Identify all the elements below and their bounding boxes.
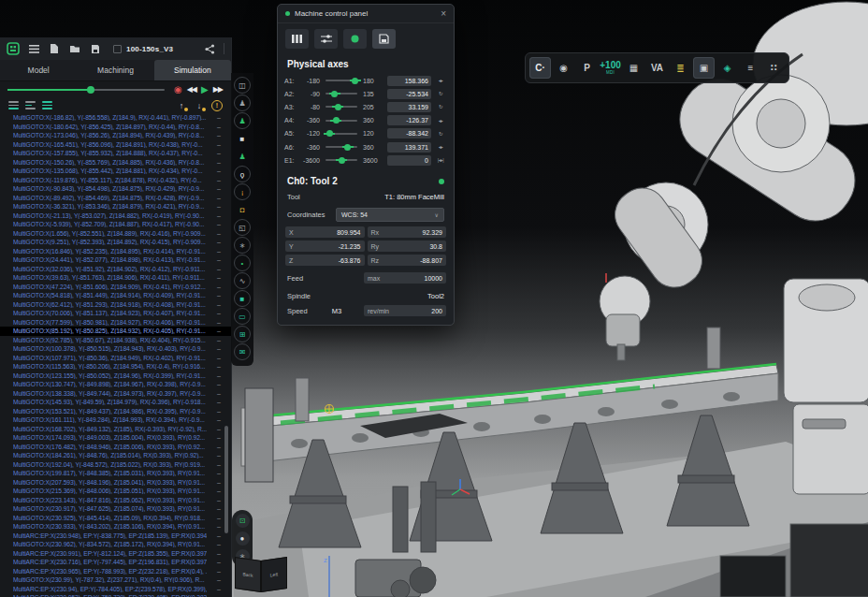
gcode-row[interactable]: MultiGOTO:X(-21.13), Y(-853.027), Z(184.… bbox=[0, 211, 231, 221]
gcode-row[interactable]: MultiGOTO:X(230.99), Y(-787.32), Z(237.2… bbox=[0, 575, 231, 585]
gcode-row[interactable]: MultiARC:EP:X(230.94), EP:Y(-784.405), E… bbox=[0, 585, 231, 594]
live-status-button[interactable] bbox=[343, 29, 367, 49]
gcode-row[interactable]: MultiGOTO:X(1.656), Y(-852.551), Z(184.8… bbox=[0, 229, 231, 239]
step-up-button[interactable]: ↑ bbox=[176, 101, 187, 110]
robot-head-icon[interactable]: ◫ bbox=[234, 77, 251, 94]
axis-value-field[interactable]: 139.371 bbox=[387, 142, 431, 153]
gcode-row[interactable]: MultiGOTO:X(92.785), Y(-850.67), Z(184.9… bbox=[0, 336, 231, 345]
columns-view-button[interactable] bbox=[285, 29, 309, 49]
gcode-row[interactable]: MultiGOTO:X(223.143), Y(-847.816), Z(185… bbox=[0, 496, 231, 505]
monitor-icon[interactable]: ▭ bbox=[234, 308, 251, 325]
axis-slider-handle[interactable] bbox=[339, 157, 345, 164]
gcode-row[interactable]: MultiGOTO:X(176.482), Y(-848.946), Z(185… bbox=[0, 443, 231, 452]
select-region-icon[interactable]: ⊡ bbox=[236, 514, 250, 528]
gcode-row[interactable]: MultiGOTO:X(-186.82), Y(-856.558), Z(184… bbox=[0, 113, 231, 123]
rewind-button[interactable]: ◀◀ bbox=[186, 85, 197, 95]
warning-indicator[interactable]: ! bbox=[211, 100, 223, 111]
axis-slider[interactable] bbox=[326, 159, 357, 161]
save-icon[interactable] bbox=[89, 42, 102, 55]
step-down-button[interactable]: ↓ bbox=[194, 101, 205, 110]
axis-slider[interactable] bbox=[326, 133, 357, 135]
gcode-row[interactable]: MultiGOTO:X(153.521), Y(-849.437), Z(184… bbox=[0, 407, 231, 416]
axis-slider-handle[interactable] bbox=[335, 104, 341, 110]
record-button[interactable]: ◉ bbox=[173, 85, 183, 95]
operator-icon[interactable]: ♟ bbox=[234, 148, 251, 165]
nav-cube-left-face[interactable]: Left bbox=[261, 557, 287, 592]
gcode-row[interactable]: MultiGOTO:X(230.917), Y(-847.625), Z(185… bbox=[0, 504, 231, 514]
gcode-row[interactable]: MultiGOTO:X(123.155), Y(-850.052), Z(184… bbox=[0, 371, 231, 381]
mode-tab[interactable]: Machining bbox=[77, 60, 153, 80]
axis-stepper-icon[interactable]: |◂▸| bbox=[434, 157, 447, 163]
axis-stepper-icon[interactable]: ↻ bbox=[434, 91, 447, 96]
gcode-row[interactable]: MultiGOTO:X(-180.642), Y(-856.425), Z(18… bbox=[0, 123, 231, 132]
share-icon[interactable] bbox=[203, 42, 216, 55]
layers-icon[interactable]: ≣ bbox=[670, 57, 691, 79]
document-tab[interactable]: 100-150s_V3 bbox=[113, 45, 195, 53]
axis-slider-handle[interactable] bbox=[331, 91, 338, 97]
gear-icon[interactable]: ∗ bbox=[234, 237, 251, 254]
gcode-list[interactable]: MultiGOTO:X(-186.82), Y(-856.558), Z(184… bbox=[0, 112, 231, 597]
gcode-row[interactable]: MultiARC:EP:X(230.991), EP:Y(-812.124), … bbox=[0, 549, 231, 559]
gcode-row[interactable]: MultiGOTO:X(39.63), Y(-851.763), Z(184.9… bbox=[0, 273, 231, 283]
mode-tab[interactable]: Simulation bbox=[154, 60, 231, 80]
gcode-row[interactable]: MultiGOTO:X(-89.492), Y(-854.469), Z(184… bbox=[0, 194, 231, 203]
probe-frame-icon[interactable]: ▣ bbox=[693, 57, 715, 79]
gcode-row[interactable]: MultiGOTO:X(-165.451), Y(-856.096), Z(18… bbox=[0, 140, 231, 150]
bulb-icon[interactable]: ϙ bbox=[234, 166, 251, 182]
gcode-row[interactable]: MultiGOTO:X(24.441), Y(-852.077), Z(184.… bbox=[0, 255, 231, 265]
user-active-icon[interactable]: ♟ bbox=[234, 112, 251, 129]
gcode-row[interactable]: MultiGOTO:X(115.563), Y(-850.206), Z(184… bbox=[0, 362, 231, 371]
gcode-row[interactable]: MultiGOTO:X(130.747), Y(-849.898), Z(184… bbox=[0, 380, 231, 389]
gcode-row[interactable]: MultiGOTO:X(-157.855), Y(-855.932), Z(18… bbox=[0, 149, 231, 158]
gcode-row[interactable]: MultiGOTO:X(-173.046), Y(-856.26), Z(184… bbox=[0, 131, 231, 140]
axis-slider-handle[interactable] bbox=[344, 144, 351, 151]
measure-icon[interactable]: P bbox=[576, 57, 598, 79]
gcode-row[interactable]: MultiGOTO:X(-135.068), Y(-855.442), Z(18… bbox=[0, 167, 231, 176]
timeline-handle[interactable] bbox=[87, 86, 94, 94]
feed-max-field[interactable]: max 10000 bbox=[364, 272, 446, 284]
axis-settings-button[interactable] bbox=[314, 29, 338, 49]
gcode-row[interactable]: MultiGOTO:X(184.261), Y(-848.76), Z(185.… bbox=[0, 451, 231, 460]
axis-slider[interactable] bbox=[326, 80, 357, 81]
gcode-row[interactable]: MultiGOTO:X(215.369), Y(-848.006), Z(185… bbox=[0, 487, 231, 496]
gcode-row[interactable]: MultiGOTO:X(47.224), Y(-851.606), Z(184.… bbox=[0, 283, 231, 292]
pivot-dot-icon[interactable]: ● bbox=[236, 531, 250, 546]
gcode-row[interactable]: MultiGOTO:X(192.04), Y(-848.572), Z(185.… bbox=[0, 460, 231, 470]
gcode-row[interactable]: MultiGOTO:X(77.599), Y(-850.981), Z(184.… bbox=[0, 318, 231, 328]
timeline-slider[interactable] bbox=[7, 89, 165, 91]
stamp-icon[interactable]: ◉ bbox=[553, 57, 574, 79]
va-icon[interactable]: VA bbox=[646, 57, 668, 79]
fast-forward-button[interactable]: ▶▶ bbox=[212, 85, 224, 95]
save-state-button[interactable] bbox=[372, 29, 396, 49]
gcode-row[interactable]: MultiGOTO:X(-5.939), Y(-852.709), Z(184.… bbox=[0, 220, 231, 229]
close-icon[interactable]: × bbox=[441, 9, 446, 19]
compile-icon[interactable]: C· bbox=[529, 57, 551, 79]
axis-value-field[interactable]: -126.37 bbox=[387, 115, 431, 125]
panel-titlebar[interactable]: Machine control panel × bbox=[278, 5, 454, 23]
app-logo-icon[interactable] bbox=[7, 42, 20, 55]
axis-slider-handle[interactable] bbox=[333, 117, 340, 124]
chat-icon[interactable]: ✉ bbox=[234, 343, 251, 360]
menu-icon[interactable] bbox=[27, 42, 40, 55]
axis-slider[interactable] bbox=[326, 146, 357, 148]
flashlight-icon[interactable]: ¡ bbox=[234, 183, 251, 200]
wcs-dropdown[interactable]: WCS: 54 ∨ bbox=[336, 208, 444, 222]
gcode-row[interactable]: MultiGOTO:X(230.925), Y(-845.414), Z(185… bbox=[0, 514, 231, 523]
gcode-row[interactable]: MultiGOTO:X(174.093), Y(-849.003), Z(185… bbox=[0, 433, 231, 443]
gcode-row[interactable]: MultiGOTO:X(9.251), Y(-852.393), Z(184.8… bbox=[0, 238, 231, 247]
axis-stepper-icon[interactable]: ◂▸ bbox=[434, 144, 447, 150]
mdi-icon[interactable]: +100 MDI bbox=[600, 57, 621, 79]
gcode-row[interactable]: MultiGOTO:X(16.846), Y(-852.235), Z(184.… bbox=[0, 247, 231, 256]
camera-icon[interactable]: ◘ bbox=[234, 201, 251, 218]
axis-value-field[interactable]: -25.534 bbox=[387, 89, 431, 99]
gcode-row[interactable]: MultiARC:EP:X(230.948), EP:Y(-838.775), … bbox=[0, 531, 231, 541]
axis-slider[interactable] bbox=[326, 93, 357, 95]
axis-value-field[interactable]: 0 bbox=[387, 155, 431, 166]
dot-icon[interactable]: • bbox=[234, 255, 251, 271]
grid-icon[interactable]: ⊞ bbox=[234, 326, 251, 342]
axis-slider[interactable] bbox=[326, 106, 357, 108]
nav-cube-back-face[interactable]: Back bbox=[235, 557, 261, 592]
apps-grid-icon[interactable]: ∷ bbox=[763, 57, 785, 79]
user-icon[interactable]: ♟ bbox=[234, 95, 251, 111]
gcode-row[interactable]: MultiGOTO:X(62.412), Y(-851.293), Z(184.… bbox=[0, 300, 231, 310]
